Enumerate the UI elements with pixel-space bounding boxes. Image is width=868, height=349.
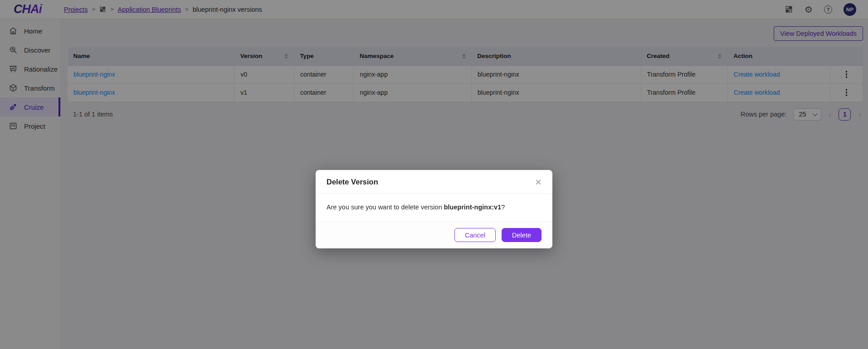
modal-message: Are you sure you want to delete version … bbox=[316, 194, 552, 222]
cancel-button[interactable]: Cancel bbox=[454, 228, 496, 242]
delete-button[interactable]: Delete bbox=[502, 228, 541, 242]
modal-message-suffix: ? bbox=[501, 204, 505, 211]
modal-title: Delete Version bbox=[327, 178, 378, 186]
modal-message-prefix: Are you sure you want to delete version bbox=[327, 204, 444, 211]
delete-version-modal: Delete Version × Are you sure you want t… bbox=[316, 170, 552, 248]
close-icon[interactable]: × bbox=[535, 178, 541, 186]
modal-message-target: blueprint-nginx:v1 bbox=[444, 204, 501, 211]
modal-footer: Cancel Delete bbox=[316, 222, 552, 248]
modal-header: Delete Version × bbox=[316, 170, 552, 194]
